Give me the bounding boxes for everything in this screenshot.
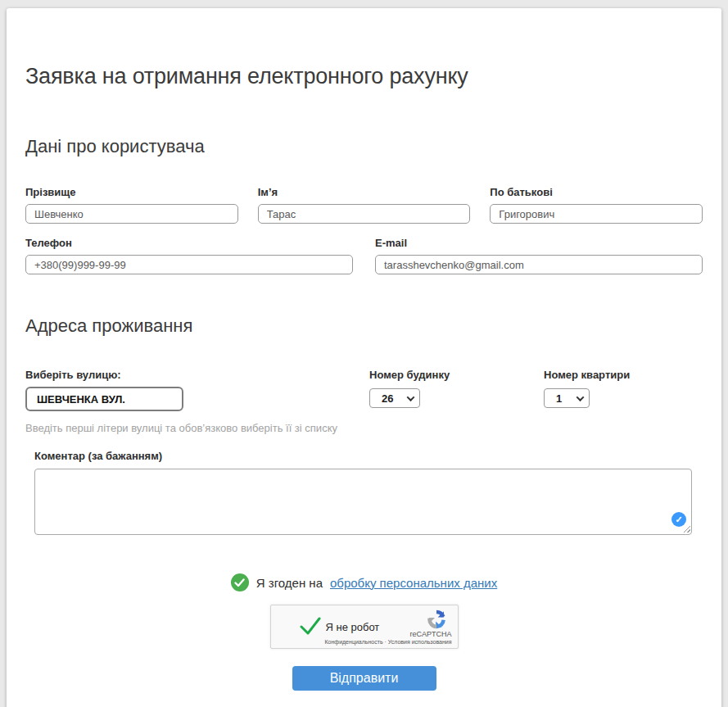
section-heading-address: Адреса проживання [25, 315, 703, 337]
email-field-group: E-mail [375, 237, 703, 274]
patronymic-field-group: По батькові [490, 186, 703, 224]
recaptcha-container: Я не робот reCAPTCHA Конфиденциальность … [25, 605, 703, 649]
submit-button-container: Відправити [25, 666, 703, 691]
chevron-down-icon [407, 393, 415, 401]
house-number-field-group: Номер будинку 26 [369, 369, 544, 411]
first-name-label: Ім’я [258, 186, 471, 198]
first-name-input[interactable] [258, 204, 471, 224]
surname-field-group: Прізвище [25, 186, 238, 224]
consent-checkbox-checked-icon[interactable] [231, 573, 249, 591]
chevron-down-icon [577, 393, 585, 401]
street-hint-text: Введіть перші літери вулиці та обов’язко… [25, 422, 703, 434]
address-fields-row: Виберіть вулицю: Номер будинку 26 Номер … [25, 369, 703, 411]
page-title: Заявка на отримання електронного рахунку [25, 64, 703, 89]
house-number-select[interactable]: 26 [369, 388, 420, 408]
recaptcha-label: Я не робот [326, 621, 380, 633]
comment-area-wrapper: ✓ [34, 469, 692, 535]
comment-textarea[interactable] [34, 469, 692, 535]
recaptcha-terms-link[interactable]: Условия использования [388, 639, 452, 645]
phone-input[interactable] [25, 255, 353, 274]
surname-label: Прізвище [25, 186, 238, 198]
consent-text: Я згоден на [256, 576, 323, 590]
recaptcha-separator: · [385, 639, 387, 645]
comment-label: Коментар (за бажанням) [34, 450, 692, 462]
recaptcha-widget[interactable]: Я не робот reCAPTCHA Конфиденциальность … [270, 605, 459, 649]
email-label: E-mail [375, 237, 703, 249]
spellcheck-badge-icon[interactable]: ✓ [671, 512, 686, 527]
submit-button[interactable]: Відправити [292, 666, 436, 691]
street-input[interactable] [25, 387, 183, 411]
section-heading-user-data: Дані про користувача [25, 136, 703, 157]
recaptcha-brand-text: reCAPTCHA [409, 630, 451, 638]
apartment-number-select[interactable]: 1 [544, 388, 590, 408]
personal-data-link[interactable]: обробку персональних даних [330, 576, 497, 590]
email-input[interactable] [375, 255, 703, 274]
apartment-number-label: Номер квартири [544, 369, 703, 381]
recaptcha-privacy-terms: Конфиденциальность · Условия использован… [325, 639, 452, 645]
apartment-number-field-group: Номер квартири 1 [544, 369, 703, 411]
phone-label: Телефон [25, 237, 353, 249]
phone-field-group: Телефон [25, 237, 353, 274]
patronymic-input[interactable] [490, 204, 703, 224]
first-name-field-group: Ім’я [258, 186, 471, 224]
contact-fields-row: Телефон E-mail [25, 237, 703, 274]
comment-field-group: Коментар (за бажанням) ✓ [34, 450, 692, 535]
apartment-number-value: 1 [556, 392, 562, 405]
surname-input[interactable] [25, 204, 238, 224]
patronymic-label: По батькові [490, 186, 703, 198]
recaptcha-check-icon [299, 616, 322, 641]
consent-row: Я згоден на обробку персональних даних [25, 573, 703, 591]
street-field-group: Виберіть вулицю: [25, 369, 369, 411]
form-card: Заявка на отримання електронного рахунку… [7, 8, 721, 707]
recaptcha-logo-icon [425, 609, 448, 630]
house-number-value: 26 [382, 392, 393, 405]
name-fields-row: Прізвище Ім’я По батькові [25, 186, 703, 224]
recaptcha-privacy-link[interactable]: Конфиденциальность [325, 639, 383, 645]
house-number-label: Номер будинку [369, 369, 544, 381]
street-label: Виберіть вулицю: [25, 369, 369, 381]
